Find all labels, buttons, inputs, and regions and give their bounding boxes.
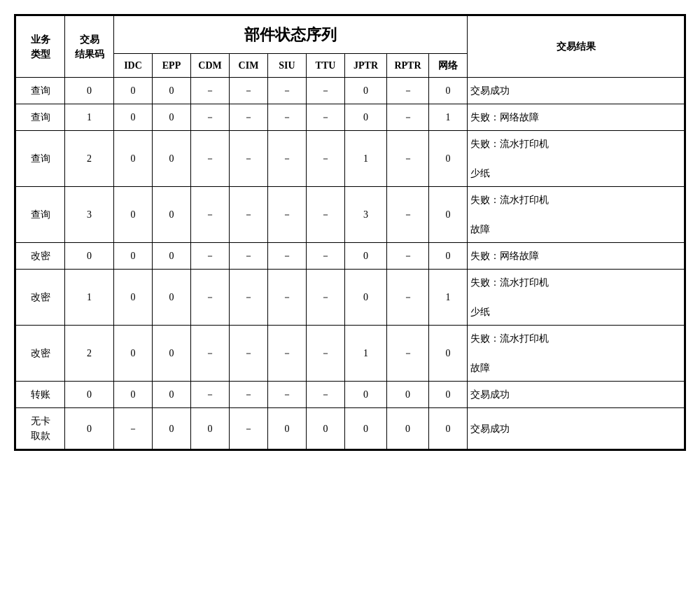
cell-cim: －	[230, 187, 268, 243]
table-row: 查询200－－－－1－0失败：流水打印机少纸	[16, 131, 685, 187]
cell-net: 0	[429, 408, 468, 449]
cell-jptr: 0	[345, 270, 387, 326]
cell-siu: －	[268, 270, 307, 326]
cell-cdm: －	[191, 104, 230, 131]
cell-epp: 0	[153, 408, 191, 449]
table-row: 改密100－－－－0－1失败：流水打印机少纸	[16, 270, 685, 326]
col-header-rptr: RPTR	[387, 54, 429, 78]
data-table: 业务类型 交易结果码 部件状态序列 交易结果 IDC EPP CDM CIM S…	[15, 15, 685, 449]
cell-ttu: －	[307, 104, 345, 131]
cell-jptr: 0	[345, 104, 387, 131]
cell-result: 失败：网络故障	[468, 243, 685, 270]
cell-net: 1	[429, 270, 468, 326]
cell-epp: 0	[153, 187, 191, 243]
cell-siu: －	[268, 187, 307, 243]
table-row: 查询000－－－－0－0交易成功	[16, 78, 685, 104]
cell-idc: 0	[114, 131, 153, 187]
cell-idc: 0	[114, 187, 153, 243]
cell-jptr: 0	[345, 243, 387, 270]
header-row-main: 业务类型 交易结果码 部件状态序列 交易结果	[16, 16, 685, 54]
cell-type: 查询	[16, 131, 65, 187]
cell-epp: 0	[153, 382, 191, 408]
cell-result: 失败：流水打印机故障	[468, 187, 685, 243]
cell-idc: 0	[114, 104, 153, 131]
col-header-cdm: CDM	[191, 54, 230, 78]
col-header-siu: SIU	[268, 54, 307, 78]
cell-jptr: 1	[345, 326, 387, 382]
cell-idc: 0	[114, 326, 153, 382]
cell-net: 0	[429, 382, 468, 408]
cell-code: 0	[65, 408, 114, 449]
cell-idc: 0	[114, 382, 153, 408]
cell-siu: －	[268, 78, 307, 104]
cell-cdm: －	[191, 382, 230, 408]
cell-cdm: －	[191, 187, 230, 243]
col-header-jptr: JPTR	[345, 54, 387, 78]
cell-result: 失败：流水打印机故障	[468, 326, 685, 382]
cell-net: 0	[429, 187, 468, 243]
cell-jptr: 0	[345, 408, 387, 449]
cell-ttu: －	[307, 131, 345, 187]
cell-rptr: －	[387, 187, 429, 243]
cell-ttu: －	[307, 326, 345, 382]
cell-net: 0	[429, 243, 468, 270]
col-header-type: 业务类型	[16, 16, 65, 78]
cell-rptr: －	[387, 131, 429, 187]
col-header-state-sequence: 部件状态序列	[114, 16, 468, 54]
cell-result: 失败：流水打印机少纸	[468, 270, 685, 326]
col-header-cim: CIM	[230, 54, 268, 78]
table-row: 转账000－－－－000交易成功	[16, 382, 685, 408]
cell-type: 查询	[16, 78, 65, 104]
cell-rptr: －	[387, 78, 429, 104]
cell-siu: －	[268, 131, 307, 187]
cell-epp: 0	[153, 104, 191, 131]
cell-siu: －	[268, 326, 307, 382]
cell-rptr: －	[387, 243, 429, 270]
cell-ttu: －	[307, 187, 345, 243]
cell-cdm: －	[191, 78, 230, 104]
col-header-epp: EPP	[153, 54, 191, 78]
cell-code: 0	[65, 382, 114, 408]
cell-epp: 0	[153, 270, 191, 326]
col-header-code: 交易结果码	[65, 16, 114, 78]
cell-rptr: 0	[387, 382, 429, 408]
cell-code: 0	[65, 78, 114, 104]
cell-ttu: －	[307, 243, 345, 270]
cell-idc: 0	[114, 78, 153, 104]
cell-result: 交易成功	[468, 382, 685, 408]
cell-idc: 0	[114, 243, 153, 270]
cell-code: 1	[65, 104, 114, 131]
cell-result: 交易成功	[468, 408, 685, 449]
cell-net: 0	[429, 131, 468, 187]
cell-epp: 0	[153, 131, 191, 187]
cell-cdm: －	[191, 243, 230, 270]
cell-net: 0	[429, 326, 468, 382]
cell-rptr: －	[387, 326, 429, 382]
main-table-wrapper: 业务类型 交易结果码 部件状态序列 交易结果 IDC EPP CDM CIM S…	[14, 14, 686, 451]
cell-type: 查询	[16, 187, 65, 243]
cell-ttu: －	[307, 270, 345, 326]
cell-cdm: －	[191, 326, 230, 382]
cell-cdm: －	[191, 270, 230, 326]
cell-idc: －	[114, 408, 153, 449]
cell-cim: －	[230, 104, 268, 131]
table-row: 改密200－－－－1－0失败：流水打印机故障	[16, 326, 685, 382]
cell-siu: －	[268, 104, 307, 131]
table-row: 查询100－－－－0－1失败：网络故障	[16, 104, 685, 131]
cell-epp: 0	[153, 243, 191, 270]
cell-jptr: 0	[345, 78, 387, 104]
cell-idc: 0	[114, 270, 153, 326]
cell-jptr: 0	[345, 382, 387, 408]
col-header-idc: IDC	[114, 54, 153, 78]
cell-rptr: 0	[387, 408, 429, 449]
cell-net: 1	[429, 104, 468, 131]
cell-epp: 0	[153, 78, 191, 104]
cell-code: 3	[65, 187, 114, 243]
cell-epp: 0	[153, 326, 191, 382]
cell-result: 失败：网络故障	[468, 104, 685, 131]
cell-result: 失败：流水打印机少纸	[468, 131, 685, 187]
col-header-ttu: TTU	[307, 54, 345, 78]
table-row: 无卡取款0－00－00000交易成功	[16, 408, 685, 449]
cell-siu: －	[268, 382, 307, 408]
cell-jptr: 3	[345, 187, 387, 243]
